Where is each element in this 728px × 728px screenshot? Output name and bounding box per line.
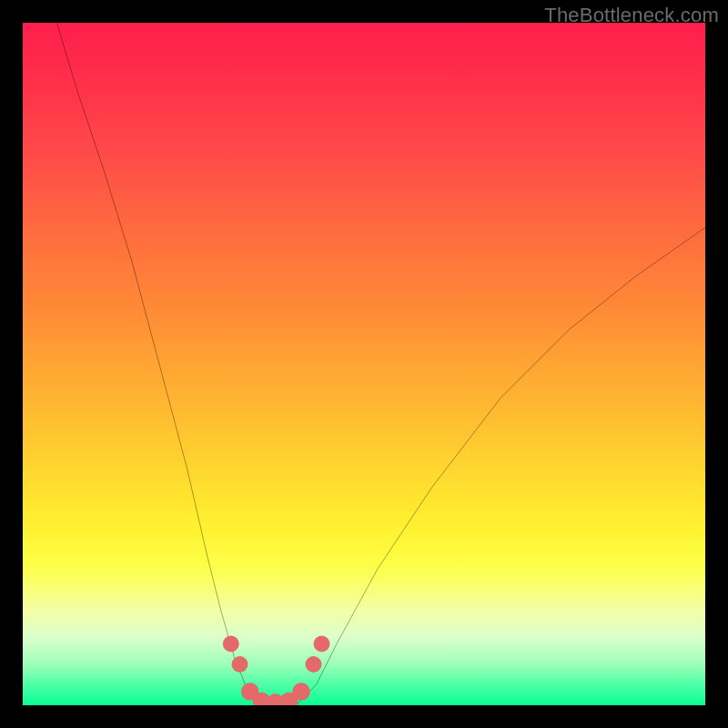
plot-area [23,23,705,705]
curve-layer [23,23,705,705]
series-left_curve [57,23,262,705]
series-group [57,23,706,705]
chart-frame: TheBottleneck.com [0,0,728,728]
watermark-text: TheBottleneck.com [544,4,719,27]
marker-dot [305,656,321,672]
marker-dot [292,682,310,700]
marker-dot [223,636,239,652]
marker-dot [314,636,330,652]
markers-group [223,636,330,706]
marker-dot [231,656,248,672]
series-right_curve [296,228,705,705]
